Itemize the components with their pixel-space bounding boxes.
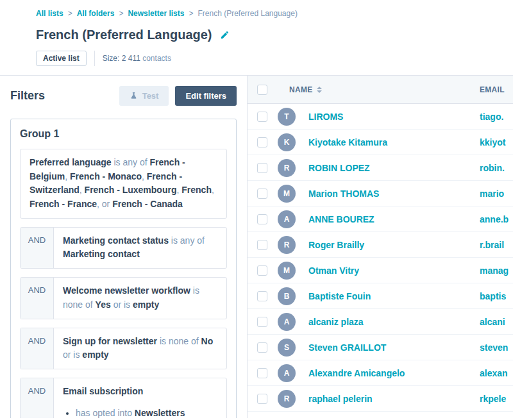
row-checkbox[interactable] — [257, 112, 267, 122]
email-column-label: EMAIL — [480, 85, 505, 94]
select-all-checkbox[interactable] — [257, 85, 267, 95]
contact-name-link[interactable]: Steven GRAILLOT — [302, 342, 480, 353]
row-checkbox[interactable] — [257, 317, 267, 327]
contacts-table: NAME EMAIL TLIROMStiago.KKiyotake Kitamu… — [248, 76, 513, 418]
test-button[interactable]: Test — [119, 86, 169, 106]
filter-condition-title: Email subscription — [63, 385, 217, 399]
row-checkbox[interactable] — [257, 137, 267, 147]
contact-name-link[interactable]: Baptiste Fouin — [302, 291, 480, 301]
status-badge: Active list — [36, 51, 87, 66]
filter-condition: ANDWelcome newsletter workflow is none o… — [20, 277, 227, 319]
condition-text-segment: empty — [82, 349, 108, 360]
contact-name-link[interactable]: LIROMS — [302, 112, 480, 122]
table-row: KKiyotake Kitamurakkiyot — [248, 130, 513, 155]
filter-condition: ANDEmail subscriptionhas opted into News… — [20, 378, 227, 418]
contact-email-link[interactable]: alexan — [480, 368, 513, 378]
contact-name-link[interactable]: Marion THOMAS — [302, 189, 480, 199]
row-checkbox[interactable] — [257, 368, 267, 378]
contact-name-link[interactable]: ANNE BOUREZ — [302, 214, 480, 224]
edit-filters-button[interactable]: Edit filters — [175, 86, 237, 106]
condition-text-segment: Yes — [96, 299, 111, 310]
filter-condition-text: Sign up for newsletter is none of No or … — [54, 328, 226, 369]
condition-text-segment: Sign up for newsletter — [63, 336, 157, 346]
condition-text-segment: has opted into — [76, 408, 135, 418]
and-operator-label: AND — [21, 328, 54, 369]
condition-text-segment: Welcome newsletter workflow — [63, 285, 190, 296]
filter-condition-bullets: has opted into Newsletters — [76, 407, 217, 418]
and-operator-label: AND — [21, 278, 54, 318]
breadcrumb-link[interactable]: All folders — [77, 9, 115, 18]
row-checkbox[interactable] — [257, 291, 267, 301]
row-checkbox[interactable] — [257, 240, 267, 250]
contact-email-link[interactable]: steven — [480, 342, 513, 353]
size-label: Size: 2 411 — [103, 54, 140, 63]
condition-text-segment: or is — [111, 299, 133, 310]
condition-text-segment: , — [212, 185, 214, 195]
row-checkbox[interactable] — [257, 214, 267, 224]
condition-text-segment: French - Canada — [112, 199, 183, 209]
breadcrumb-chevron-icon: > — [189, 9, 193, 18]
table-row: TLIROMStiago. — [248, 104, 513, 130]
table-row: MMarion THOMASmario — [248, 181, 513, 206]
table-body: TLIROMStiago.KKiyotake KitamurakkiyotRRO… — [248, 104, 513, 412]
condition-text-segment: No — [201, 336, 214, 346]
filter-conditions: Preferred language is any of French - Be… — [20, 149, 227, 418]
flask-icon — [130, 92, 138, 100]
filter-condition: ANDMarketing contact status is any of Ma… — [20, 227, 227, 269]
table-row: RRoger Braillyr.brail — [248, 232, 513, 258]
filter-condition-text: Preferred language is any of French - Be… — [21, 149, 226, 218]
condition-text-segment: French - Luxembourg — [85, 185, 177, 195]
avatar: A — [278, 313, 296, 331]
breadcrumb-link[interactable]: All lists — [36, 9, 63, 18]
row-checkbox[interactable] — [257, 265, 267, 276]
contact-email-link[interactable]: robin. — [480, 163, 513, 173]
contact-email-link[interactable]: alcani — [480, 317, 513, 327]
contact-name-link[interactable]: raphael pelerin — [302, 394, 480, 404]
contact-name-link[interactable]: Alexandre Amicangelo — [302, 368, 480, 378]
condition-text-segment: or is — [63, 349, 82, 360]
condition-text-segment: is any of — [169, 235, 205, 246]
contact-email-link[interactable]: mario — [480, 189, 513, 199]
avatar: R — [278, 390, 296, 408]
filter-condition-text: Marketing contact status is any of Marke… — [54, 228, 226, 268]
contact-email-link[interactable]: manag — [480, 265, 513, 276]
edit-pencil-icon[interactable] — [220, 30, 230, 40]
row-checkbox[interactable] — [257, 342, 267, 353]
row-checkbox[interactable] — [257, 163, 267, 173]
test-button-label: Test — [142, 91, 159, 101]
contact-email-link[interactable]: kkiyot — [480, 137, 513, 147]
contact-name-link[interactable]: Kiyotake Kitamura — [302, 137, 480, 147]
size-suffix: contacts — [140, 54, 171, 63]
condition-text-segment: is any of — [112, 157, 150, 167]
breadcrumb-chevron-icon: > — [119, 9, 123, 18]
and-operator-label: AND — [21, 228, 54, 268]
contact-email-link[interactable]: baptis — [480, 291, 513, 301]
table-header-row: NAME EMAIL — [248, 76, 513, 104]
condition-text-segment: Marketing contact status — [63, 235, 169, 246]
filters-heading: Filters — [10, 89, 45, 103]
name-column-label: NAME — [289, 85, 313, 94]
condition-text-segment: , — [65, 171, 70, 181]
contact-email-link[interactable]: anne.b — [480, 214, 513, 224]
contact-name-link[interactable]: ROBIN LOPEZ — [302, 163, 480, 173]
row-checkbox[interactable] — [257, 189, 267, 199]
table-row: AAlexandre Amicangeloalexan — [248, 360, 513, 386]
page-title: French (Preferred Language) — [36, 28, 212, 42]
contact-name-link[interactable]: Otman Vitry — [302, 265, 480, 276]
contact-name-link[interactable]: Roger Brailly — [302, 240, 480, 250]
column-header-name[interactable]: NAME — [278, 85, 480, 94]
condition-text-segment: empty — [133, 299, 159, 310]
avatar: M — [278, 185, 296, 203]
contact-email-link[interactable]: r.brail — [480, 240, 513, 250]
contact-name-link[interactable]: alcaniz plaza — [302, 317, 480, 327]
table-row: SSteven GRAILLOTsteven — [248, 335, 513, 360]
filter-condition-text: Welcome newsletter workflow is none of Y… — [54, 278, 226, 318]
sort-arrows-icon[interactable] — [317, 87, 322, 93]
breadcrumb-link[interactable]: Newsletter lists — [128, 9, 184, 18]
contact-email-link[interactable]: tiago. — [480, 112, 513, 122]
contact-email-link[interactable]: rkpele — [480, 394, 513, 404]
row-checkbox[interactable] — [257, 394, 267, 404]
column-header-email[interactable]: EMAIL — [480, 85, 513, 94]
breadcrumb-chevron-icon: > — [68, 9, 72, 18]
filter-condition: Preferred language is any of French - Be… — [20, 149, 227, 219]
